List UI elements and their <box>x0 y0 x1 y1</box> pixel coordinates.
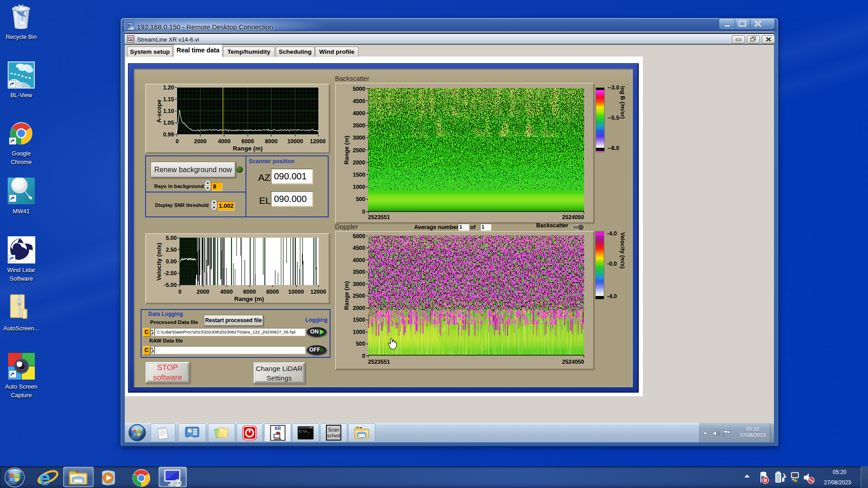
svg-text:-2.50: -2.50 <box>164 270 177 277</box>
svg-text:2500: 2500 <box>353 147 365 154</box>
svg-text:5000: 5000 <box>353 233 365 239</box>
svg-text:500: 500 <box>356 196 365 202</box>
svg-text:500: 500 <box>356 341 365 347</box>
svg-text:2524050: 2524050 <box>562 359 584 365</box>
svg-text:1500: 1500 <box>353 172 365 178</box>
svg-text:Range (m): Range (m) <box>233 145 263 152</box>
svg-text:1.20: 1.20 <box>163 84 174 91</box>
svg-text:Range (m): Range (m) <box>343 281 350 310</box>
svg-text:Velocity (m/s): Velocity (m/s) <box>156 243 162 281</box>
svg-text:3500: 3500 <box>353 269 365 275</box>
svg-text:0: 0 <box>362 209 365 215</box>
svg-text:1.10: 1.10 <box>163 108 174 114</box>
svg-text:4000: 4000 <box>218 138 231 145</box>
svg-text:sched: sched <box>327 433 340 438</box>
svg-text:5000: 5000 <box>353 86 365 92</box>
svg-text:4000: 4000 <box>220 289 233 295</box>
svg-text:XR: XR <box>274 426 281 431</box>
svg-text:2000: 2000 <box>194 138 207 145</box>
svg-text:1.05: 1.05 <box>163 120 174 126</box>
svg-text:Range (m): Range (m) <box>234 296 264 302</box>
svg-text:0.00: 0.00 <box>166 258 177 265</box>
svg-text:A-scope: A-scope <box>156 99 162 122</box>
svg-text:10000: 10000 <box>288 138 303 145</box>
svg-text:3000: 3000 <box>353 281 365 287</box>
svg-text:--3.0: --3.0 <box>608 84 619 91</box>
svg-text:5.00: 5.00 <box>166 235 177 241</box>
svg-text:4500: 4500 <box>353 245 365 251</box>
svg-text:e: e <box>39 468 51 487</box>
svg-text:-4.0: -4.0 <box>607 230 617 237</box>
svg-text:3000: 3000 <box>353 135 365 141</box>
svg-text:1500: 1500 <box>353 317 365 323</box>
svg-text:6000: 6000 <box>241 138 254 145</box>
svg-text:--8.0: --8.0 <box>608 145 619 151</box>
svg-text:!: ! <box>795 479 796 482</box>
svg-text:-0.0: -0.0 <box>607 261 617 267</box>
svg-text:0: 0 <box>362 353 365 359</box>
svg-text:0: 0 <box>176 138 179 145</box>
svg-text:C:\>_: C:\>_ <box>299 430 309 433</box>
svg-text:3500: 3500 <box>353 122 365 129</box>
svg-text:2000: 2000 <box>197 289 209 295</box>
svg-text:2.50: 2.50 <box>166 247 177 253</box>
svg-text:1.15: 1.15 <box>163 96 174 103</box>
svg-text:8000: 8000 <box>265 138 278 145</box>
svg-text:Range (m): Range (m) <box>343 136 350 164</box>
svg-text:0: 0 <box>179 289 182 295</box>
svg-text:8000: 8000 <box>266 289 279 295</box>
svg-text:2000: 2000 <box>353 305 365 311</box>
svg-text:2523551: 2523551 <box>368 359 390 365</box>
svg-text:2524050: 2524050 <box>562 214 584 221</box>
svg-text:2500: 2500 <box>353 293 365 299</box>
svg-text:1000: 1000 <box>353 184 365 190</box>
svg-text:6000: 6000 <box>243 289 256 295</box>
svg-text:10000: 10000 <box>288 289 304 295</box>
svg-text:4500: 4500 <box>353 98 365 104</box>
svg-text:-5.00: -5.00 <box>164 282 177 288</box>
svg-text:Scan: Scan <box>328 427 339 432</box>
svg-text:12000: 12000 <box>310 138 326 145</box>
svg-text:12000: 12000 <box>311 289 326 295</box>
svg-text:--5.5: --5.5 <box>608 115 619 121</box>
svg-text:4000: 4000 <box>353 110 365 117</box>
svg-text:-4.0: -4.0 <box>607 293 617 300</box>
svg-text:4000: 4000 <box>353 257 365 263</box>
svg-text:1000: 1000 <box>353 329 365 335</box>
svg-text:2000: 2000 <box>353 160 365 166</box>
svg-text:2523551: 2523551 <box>368 214 390 221</box>
svg-text:0.99: 0.99 <box>163 131 174 138</box>
